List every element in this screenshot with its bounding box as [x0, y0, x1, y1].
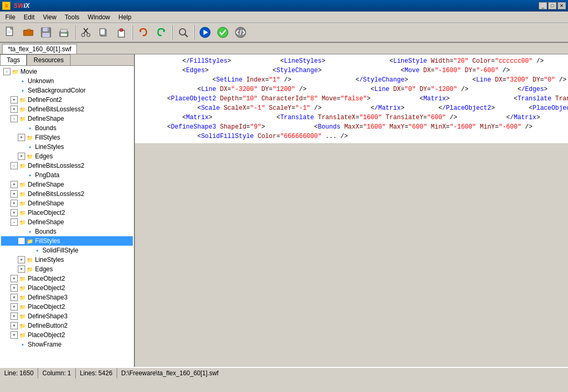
- tree-node-ds2[interactable]: + 📁 DefineShape: [1, 180, 133, 189]
- menu-tools[interactable]: Tools: [61, 13, 84, 22]
- paste-button[interactable]: [113, 24, 130, 41]
- tree-node-db2[interactable]: + 📁 DefineButton2: [1, 321, 133, 330]
- node-label-ds2: DefineShape: [28, 181, 64, 188]
- tree-node-dbl2-1[interactable]: + 📁 DefineBitsLossless2: [1, 105, 133, 114]
- svg-rect-10: [61, 33, 67, 36]
- folder-icon8: 📁: [18, 181, 27, 188]
- folder-icon2: 📁: [18, 96, 27, 103]
- tab-swf[interactable]: *ta_flex_160_60[1].swf: [2, 44, 77, 54]
- menu-file[interactable]: File: [1, 13, 19, 22]
- menu-help[interactable]: Help: [115, 13, 136, 22]
- panel-tab-tags[interactable]: Tags: [0, 54, 27, 65]
- cut-button[interactable]: [77, 24, 94, 41]
- expand-ds4[interactable]: -: [10, 218, 18, 226]
- play-button[interactable]: [197, 24, 213, 41]
- expand-ds3[interactable]: +: [10, 200, 18, 207]
- tree-node-po2-3[interactable]: + 📁 PlaceObject2: [1, 283, 133, 293]
- tree-node-font2[interactable]: + 📁 DefineFont2: [1, 95, 133, 105]
- save-button[interactable]: [38, 24, 54, 41]
- expand-font2[interactable]: +: [10, 96, 18, 103]
- tree-node-bounds4[interactable]: 🔹 Bounds: [1, 227, 133, 236]
- open-button[interactable]: [20, 24, 37, 41]
- folder-icon17: 📁: [18, 284, 27, 292]
- tree-node-po2-2[interactable]: + 📁 PlaceObject2: [1, 274, 133, 283]
- node-label-po2-5: PlaceObject2: [28, 331, 65, 339]
- tree-node-po2-4[interactable]: + 📁 PlaceObject2: [1, 302, 133, 312]
- expand-ds3-1[interactable]: +: [10, 294, 18, 301]
- tree-node-dbl2-3[interactable]: + 📁 DefineBitsLossless2: [1, 189, 133, 199]
- code-button[interactable]: [232, 24, 249, 41]
- tree-node-setbg[interactable]: 🔹 SetBackgroundColor: [1, 86, 133, 95]
- menu-window[interactable]: Window: [84, 13, 115, 22]
- close-button[interactable]: ✕: [558, 2, 566, 9]
- code-line-23: <Matrix>: [137, 114, 212, 121]
- expand-po2-1[interactable]: +: [10, 209, 18, 216]
- expand-dbl2-3[interactable]: +: [10, 190, 18, 198]
- status-lines-total: Lines: 5426: [76, 368, 117, 378]
- tree-node-showframe[interactable]: 🔹 ShowFrame: [1, 340, 133, 349]
- node-label-db2: DefineButton2: [28, 322, 67, 329]
- tree-node-ds3-1[interactable]: + 📁 DefineShape3: [1, 293, 133, 302]
- expand-ds3-2[interactable]: +: [10, 313, 18, 320]
- menu-edit[interactable]: Edit: [19, 13, 39, 22]
- tree-node-fills4[interactable]: - 📁 FillStyles: [1, 236, 133, 246]
- tree-node-lines4[interactable]: + 📁 LineStyles: [1, 255, 133, 264]
- tree-node-ds3-2[interactable]: + 📁 DefineShape3: [1, 312, 133, 321]
- tree-node-dbl2-2[interactable]: - 📁 DefineBitsLossless2: [1, 161, 133, 170]
- tree-node-ds1[interactable]: - 📁 DefineShape: [1, 114, 133, 123]
- left-panel: Tags Resources - 📁 Movie: [0, 54, 135, 367]
- print-button[interactable]: [55, 24, 72, 41]
- tree-node-po2-1[interactable]: + 📁 PlaceObject2: [1, 208, 133, 217]
- expand-movie[interactable]: -: [3, 68, 10, 75]
- tree-node-unknown[interactable]: 🔹 Unknown: [1, 76, 133, 86]
- tree-node-bounds1[interactable]: 🔹 Bounds: [1, 123, 133, 133]
- expand-lines4[interactable]: +: [18, 256, 25, 263]
- svg-rect-3: [7, 32, 12, 33]
- status-path: D:\Freeware\ta_flex_160_60[1].swf: [117, 370, 568, 377]
- expand-edges1[interactable]: +: [18, 153, 25, 160]
- svg-rect-6: [47, 28, 49, 30]
- expand-po2-2[interactable]: +: [10, 275, 18, 282]
- svg-rect-9: [61, 29, 67, 32]
- undo-button[interactable]: [135, 24, 152, 41]
- expand-ds1[interactable]: -: [10, 115, 18, 122]
- tree-node-edges1[interactable]: + 📁 Edges: [1, 152, 133, 161]
- expand-po2-5[interactable]: +: [10, 331, 18, 339]
- minimize-button[interactable]: _: [539, 2, 547, 9]
- expand-ds2[interactable]: +: [10, 181, 18, 188]
- maximize-button[interactable]: □: [548, 2, 556, 9]
- svg-rect-19: [120, 29, 123, 31]
- expand-fills4[interactable]: -: [18, 237, 25, 245]
- tree-node-movie[interactable]: - 📁 Movie: [1, 67, 133, 76]
- find-button[interactable]: [175, 24, 191, 41]
- tree-node-solid[interactable]: 🔹 SolidFillStyle: [1, 246, 133, 255]
- folder-icon4: 📁: [18, 115, 27, 122]
- expand-po2-3[interactable]: +: [10, 284, 18, 292]
- tree-node-ds3[interactable]: + 📁 DefineShape: [1, 199, 133, 208]
- tree-node-lines1[interactable]: 🔹 LineStyles: [1, 142, 133, 152]
- tree-node-po2-5[interactable]: + 📁 PlaceObject2: [1, 330, 133, 340]
- svg-rect-5: [43, 28, 48, 31]
- copy-button[interactable]: [95, 24, 112, 41]
- code-scroll-container[interactable]: </FillStyles> <LineStyles> <LineStyle Wi…: [135, 54, 568, 367]
- expand-dbl2-1[interactable]: +: [10, 106, 18, 113]
- tree-area[interactable]: - 📁 Movie 🔹 Unknown: [0, 66, 134, 367]
- expand-edges4[interactable]: +: [18, 266, 25, 273]
- panel-tab-resources[interactable]: Resources: [27, 54, 70, 65]
- expand-dbl2-2[interactable]: -: [10, 162, 18, 169]
- folder-icon13: 📁: [26, 237, 34, 245]
- expand-fills1[interactable]: +: [18, 134, 25, 141]
- new-button[interactable]: [2, 24, 19, 41]
- redo-button[interactable]: [153, 24, 169, 41]
- tree-node-pngdata[interactable]: 🔹 PngData: [1, 170, 133, 180]
- tree-node-fills1[interactable]: + 📁 FillStyles: [1, 133, 133, 142]
- code-line-3: <LineStyle Width="20" Color="cccccc00" /…: [329, 57, 544, 65]
- check-button[interactable]: [214, 24, 231, 41]
- expand-po2-4[interactable]: +: [10, 303, 18, 310]
- tree-node-edges4[interactable]: + 📁 Edges: [1, 264, 133, 274]
- expand-db2[interactable]: +: [10, 322, 18, 329]
- tree-node-ds4[interactable]: - 📁 DefineShape: [1, 217, 133, 227]
- code-line-2: <LineStyles>: [235, 57, 325, 65]
- svg-rect-2: [7, 31, 12, 31]
- menu-view[interactable]: View: [39, 13, 61, 22]
